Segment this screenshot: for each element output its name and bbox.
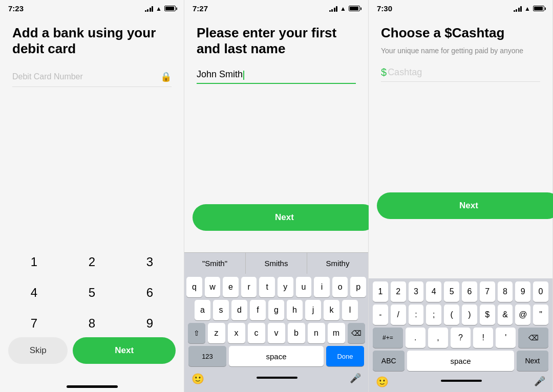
dollar-sign: $ — [381, 67, 387, 78]
status-icons-1: ▲ — [145, 5, 176, 12]
num-exclaim[interactable]: ! — [473, 328, 493, 348]
key-done[interactable]: Done — [326, 346, 364, 366]
key-7[interactable]: 7 — [5, 310, 63, 337]
num-4[interactable]: 4 — [426, 281, 441, 302]
num-3[interactable]: 3 — [409, 281, 424, 302]
mic-icon-2[interactable]: 🎤 — [350, 373, 361, 385]
num-quote[interactable]: " — [533, 304, 548, 325]
num-8[interactable]: 8 — [498, 281, 513, 302]
key-d[interactable]: d — [231, 300, 247, 320]
key-4[interactable]: 4 — [5, 279, 63, 306]
key-j[interactable]: j — [305, 300, 321, 320]
key-c[interactable]: c — [248, 323, 265, 343]
key-h[interactable]: h — [287, 300, 303, 320]
num-amp[interactable]: & — [498, 304, 513, 325]
screen3-subtitle: Your unique name for getting paid by any… — [381, 46, 540, 56]
emoji-icon-2[interactable]: 🙂 — [192, 373, 204, 385]
battery-icon-3 — [533, 6, 544, 11]
key-e[interactable]: e — [223, 277, 239, 297]
num-question[interactable]: ? — [451, 328, 471, 348]
num-1[interactable]: 1 — [373, 281, 388, 302]
debit-card-input[interactable]: Debit Card Number 🔒 — [12, 71, 172, 87]
key-x[interactable]: x — [228, 323, 245, 343]
key-b[interactable]: b — [288, 323, 305, 343]
suggestion-3[interactable]: Smithy — [307, 253, 368, 274]
key-shift[interactable]: ⇧ — [188, 323, 205, 343]
key-t[interactable]: t — [259, 277, 275, 297]
num-row-1: 1 2 3 4 5 6 7 8 9 0 — [371, 281, 550, 302]
suggestion-1[interactable]: "Smith" — [184, 253, 246, 274]
key-row-2: a s d f g h j k l — [186, 300, 366, 320]
num-comma[interactable]: , — [428, 328, 448, 348]
next-button-3[interactable]: Next — [377, 192, 553, 219]
num-dash[interactable]: - — [373, 304, 388, 325]
num-semicolon[interactable]: ; — [426, 304, 441, 325]
home-indicator-1 — [67, 385, 118, 388]
emoji-icon-3[interactable]: 🙂 — [376, 376, 389, 388]
key-5[interactable]: 5 — [63, 279, 121, 306]
num-backspace[interactable]: ⌫ — [518, 328, 548, 348]
name-input[interactable]: John Smith — [197, 69, 356, 84]
key-n[interactable]: n — [308, 323, 325, 343]
key-8[interactable]: 8 — [63, 310, 121, 337]
num-dollar[interactable]: $ — [480, 304, 495, 325]
status-bar-2: 7:27 ▲ — [184, 0, 368, 15]
key-delete[interactable]: ⌫ — [348, 323, 365, 343]
key-2[interactable]: 2 — [63, 249, 121, 275]
num-0[interactable]: 0 — [533, 281, 548, 302]
next-key[interactable]: Next — [517, 351, 548, 371]
wifi-icon-2: ▲ — [340, 5, 346, 12]
key-6[interactable]: 6 — [121, 279, 179, 306]
bottom-actions-1: Skip Next — [8, 337, 176, 364]
key-123[interactable]: 123 — [188, 346, 226, 366]
key-s[interactable]: s — [213, 300, 229, 320]
key-m[interactable]: m — [328, 323, 345, 343]
key-o[interactable]: o — [332, 277, 348, 297]
key-l[interactable]: l — [342, 300, 358, 320]
abc-key[interactable]: ABC — [373, 351, 405, 371]
num-slash[interactable]: / — [391, 304, 406, 325]
num-apostrophe[interactable]: ' — [496, 328, 516, 348]
num-9[interactable]: 9 — [515, 281, 530, 302]
num-keyboard-rows: 1 2 3 4 5 6 7 8 9 0 - / : ; ( ) $ & @ — [369, 278, 552, 392]
key-v[interactable]: v — [268, 323, 285, 343]
suggestion-2[interactable]: Smiths — [246, 253, 307, 274]
key-y[interactable]: y — [278, 277, 293, 297]
num-at[interactable]: @ — [515, 304, 530, 325]
next-button-2[interactable]: Next — [193, 204, 376, 231]
cashtag-input[interactable]: $ Cashtag — [381, 67, 540, 82]
key-3[interactable]: 3 — [121, 249, 179, 275]
num-colon[interactable]: : — [409, 304, 424, 325]
key-a[interactable]: a — [195, 300, 210, 320]
key-space[interactable]: space — [229, 346, 324, 366]
mic-icon-3[interactable]: 🎤 — [534, 376, 545, 388]
key-1[interactable]: 1 — [5, 249, 63, 275]
text-cursor — [243, 71, 244, 80]
num-lparen[interactable]: ( — [444, 304, 459, 325]
key-p[interactable]: p — [350, 277, 366, 297]
key-q[interactable]: q — [186, 277, 202, 297]
key-r[interactable]: r — [241, 277, 257, 297]
key-k[interactable]: k — [324, 300, 339, 320]
key-w[interactable]: w — [205, 277, 221, 297]
wifi-icon-3: ▲ — [524, 5, 530, 12]
numpad-row-2: 4 5 6 — [5, 279, 179, 306]
key-g[interactable]: g — [268, 300, 284, 320]
num-7[interactable]: 7 — [480, 281, 495, 302]
num-6[interactable]: 6 — [462, 281, 477, 302]
screen1-title: Add a bank using your debit card — [12, 25, 172, 57]
key-9[interactable]: 9 — [121, 310, 179, 337]
num-2[interactable]: 2 — [391, 281, 406, 302]
num-symbols[interactable]: #+= — [373, 328, 403, 348]
skip-button[interactable]: Skip — [8, 337, 68, 364]
next-button-1[interactable]: Next — [73, 337, 176, 364]
num-space[interactable]: space — [407, 351, 514, 371]
key-u[interactable]: u — [296, 277, 312, 297]
key-z[interactable]: z — [208, 323, 225, 343]
num-rparen[interactable]: ) — [462, 304, 477, 325]
key-i[interactable]: i — [314, 277, 330, 297]
num-5[interactable]: 5 — [444, 281, 459, 302]
key-f[interactable]: f — [250, 300, 266, 320]
status-bar-3: 7:30 ▲ — [369, 0, 552, 15]
num-period[interactable]: . — [406, 328, 426, 348]
